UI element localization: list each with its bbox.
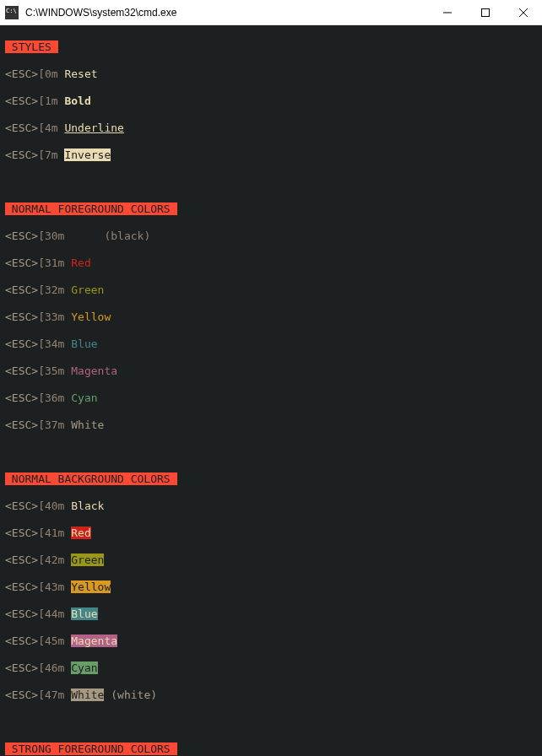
output-line: <ESC>[0m Reset — [5, 68, 537, 81]
output-line: <ESC>[47m White (white) — [5, 688, 537, 702]
output-line: <ESC>[43m Yellow — [5, 580, 537, 594]
output-line: <ESC>[32m Green — [5, 284, 537, 297]
output-line: <ESC>[1m Bold — [5, 94, 537, 108]
output-line: <ESC>[31m Red — [5, 256, 537, 270]
output-line: <ESC>[45m Magenta — [5, 634, 537, 648]
output-line: <ESC>[33m Yellow — [5, 310, 537, 324]
window-controls — [428, 0, 542, 25]
window-title: C:\WINDOWS\system32\cmd.exe — [24, 7, 428, 19]
section-header-nbg: NORMAL BACKGROUND COLORS — [5, 472, 177, 485]
output-line: <ESC>[4m Underline — [5, 122, 537, 135]
output-line: <ESC>[30m (black) — [5, 230, 537, 243]
output-line: <ESC>[46m Cyan — [5, 662, 537, 675]
section-header-sfg: STRONG FOREGROUND COLORS — [5, 742, 177, 755]
section-header-nfg: NORMAL FOREGROUND COLORS — [5, 202, 177, 215]
output-line: <ESC>[7m Inverse — [5, 148, 537, 162]
output-line: <ESC>[34m Blue — [5, 338, 537, 351]
output-line: <ESC>[44m Blue — [5, 608, 537, 621]
maximize-button[interactable] — [466, 0, 504, 25]
svg-rect-1 — [481, 8, 489, 16]
output-line: <ESC>[41m Red — [5, 526, 537, 540]
output-line: <ESC>[36m Cyan — [5, 392, 537, 405]
output-line: <ESC>[40m Black — [5, 500, 537, 513]
output-line: <ESC>[37m White — [5, 418, 537, 432]
output-line: <ESC>[42m Green — [5, 554, 537, 567]
terminal-output[interactable]: STYLES <ESC>[0m Reset <ESC>[1m Bold <ESC… — [0, 25, 542, 756]
close-button[interactable] — [504, 0, 542, 25]
section-header-styles: STYLES — [5, 40, 58, 53]
output-line: <ESC>[35m Magenta — [5, 364, 537, 378]
cmd-icon — [5, 6, 19, 19]
window-titlebar: C:\WINDOWS\system32\cmd.exe — [0, 0, 542, 25]
minimize-button[interactable] — [428, 0, 466, 25]
